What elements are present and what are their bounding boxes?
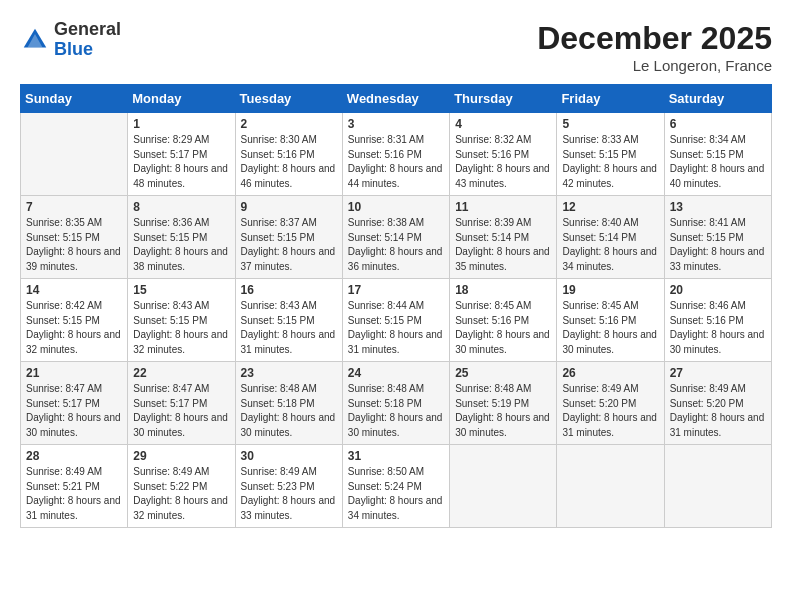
sunrise: Sunrise: 8:39 AM	[455, 217, 531, 228]
day-cell: 4 Sunrise: 8:32 AM Sunset: 5:16 PM Dayli…	[450, 113, 557, 196]
day-info: Sunrise: 8:29 AM Sunset: 5:17 PM Dayligh…	[133, 133, 229, 191]
day-info: Sunrise: 8:38 AM Sunset: 5:14 PM Dayligh…	[348, 216, 444, 274]
day-cell: 28 Sunrise: 8:49 AM Sunset: 5:21 PM Dayl…	[21, 445, 128, 528]
day-info: Sunrise: 8:31 AM Sunset: 5:16 PM Dayligh…	[348, 133, 444, 191]
header-cell-thursday: Thursday	[450, 85, 557, 113]
sunrise: Sunrise: 8:41 AM	[670, 217, 746, 228]
daylight: Daylight: 8 hours and 40 minutes.	[670, 163, 765, 189]
sunrise: Sunrise: 8:43 AM	[133, 300, 209, 311]
week-row-5: 28 Sunrise: 8:49 AM Sunset: 5:21 PM Dayl…	[21, 445, 772, 528]
sunset: Sunset: 5:15 PM	[670, 149, 744, 160]
day-info: Sunrise: 8:49 AM Sunset: 5:22 PM Dayligh…	[133, 465, 229, 523]
sunset: Sunset: 5:15 PM	[241, 315, 315, 326]
sunset: Sunset: 5:21 PM	[26, 481, 100, 492]
day-number: 31	[348, 449, 444, 463]
logo-text: General Blue	[54, 20, 121, 60]
sunset: Sunset: 5:19 PM	[455, 398, 529, 409]
day-info: Sunrise: 8:43 AM Sunset: 5:15 PM Dayligh…	[241, 299, 337, 357]
day-info: Sunrise: 8:35 AM Sunset: 5:15 PM Dayligh…	[26, 216, 122, 274]
sunrise: Sunrise: 8:44 AM	[348, 300, 424, 311]
sunset: Sunset: 5:15 PM	[133, 232, 207, 243]
day-cell	[557, 445, 664, 528]
day-cell: 9 Sunrise: 8:37 AM Sunset: 5:15 PM Dayli…	[235, 196, 342, 279]
sunset: Sunset: 5:14 PM	[455, 232, 529, 243]
logo-icon	[20, 25, 50, 55]
sunrise: Sunrise: 8:42 AM	[26, 300, 102, 311]
day-cell: 10 Sunrise: 8:38 AM Sunset: 5:14 PM Dayl…	[342, 196, 449, 279]
daylight: Daylight: 8 hours and 48 minutes.	[133, 163, 228, 189]
daylight: Daylight: 8 hours and 34 minutes.	[348, 495, 443, 521]
sunset: Sunset: 5:16 PM	[562, 315, 636, 326]
day-cell: 5 Sunrise: 8:33 AM Sunset: 5:15 PM Dayli…	[557, 113, 664, 196]
sunrise: Sunrise: 8:48 AM	[241, 383, 317, 394]
daylight: Daylight: 8 hours and 30 minutes.	[26, 412, 121, 438]
day-number: 9	[241, 200, 337, 214]
header-cell-tuesday: Tuesday	[235, 85, 342, 113]
day-info: Sunrise: 8:49 AM Sunset: 5:20 PM Dayligh…	[562, 382, 658, 440]
sunset: Sunset: 5:16 PM	[455, 149, 529, 160]
day-number: 22	[133, 366, 229, 380]
sunset: Sunset: 5:22 PM	[133, 481, 207, 492]
sunrise: Sunrise: 8:29 AM	[133, 134, 209, 145]
sunset: Sunset: 5:15 PM	[26, 232, 100, 243]
daylight: Daylight: 8 hours and 36 minutes.	[348, 246, 443, 272]
header-cell-friday: Friday	[557, 85, 664, 113]
day-number: 13	[670, 200, 766, 214]
week-row-3: 14 Sunrise: 8:42 AM Sunset: 5:15 PM Dayl…	[21, 279, 772, 362]
header-cell-sunday: Sunday	[21, 85, 128, 113]
day-number: 20	[670, 283, 766, 297]
header-row: SundayMondayTuesdayWednesdayThursdayFrid…	[21, 85, 772, 113]
sunset: Sunset: 5:18 PM	[348, 398, 422, 409]
logo-general: General	[54, 19, 121, 39]
day-cell: 19 Sunrise: 8:45 AM Sunset: 5:16 PM Dayl…	[557, 279, 664, 362]
day-cell: 1 Sunrise: 8:29 AM Sunset: 5:17 PM Dayli…	[128, 113, 235, 196]
sunrise: Sunrise: 8:49 AM	[670, 383, 746, 394]
daylight: Daylight: 8 hours and 37 minutes.	[241, 246, 336, 272]
day-cell: 30 Sunrise: 8:49 AM Sunset: 5:23 PM Dayl…	[235, 445, 342, 528]
logo: General Blue	[20, 20, 121, 60]
page-header: General Blue December 2025 Le Longeron, …	[20, 20, 772, 74]
sunrise: Sunrise: 8:49 AM	[133, 466, 209, 477]
day-info: Sunrise: 8:33 AM Sunset: 5:15 PM Dayligh…	[562, 133, 658, 191]
daylight: Daylight: 8 hours and 30 minutes.	[670, 329, 765, 355]
day-cell: 3 Sunrise: 8:31 AM Sunset: 5:16 PM Dayli…	[342, 113, 449, 196]
day-info: Sunrise: 8:48 AM Sunset: 5:19 PM Dayligh…	[455, 382, 551, 440]
sunrise: Sunrise: 8:36 AM	[133, 217, 209, 228]
title-block: December 2025 Le Longeron, France	[537, 20, 772, 74]
day-info: Sunrise: 8:44 AM Sunset: 5:15 PM Dayligh…	[348, 299, 444, 357]
daylight: Daylight: 8 hours and 43 minutes.	[455, 163, 550, 189]
day-number: 27	[670, 366, 766, 380]
sunrise: Sunrise: 8:30 AM	[241, 134, 317, 145]
day-info: Sunrise: 8:41 AM Sunset: 5:15 PM Dayligh…	[670, 216, 766, 274]
day-number: 5	[562, 117, 658, 131]
week-row-1: 1 Sunrise: 8:29 AM Sunset: 5:17 PM Dayli…	[21, 113, 772, 196]
sunrise: Sunrise: 8:35 AM	[26, 217, 102, 228]
daylight: Daylight: 8 hours and 39 minutes.	[26, 246, 121, 272]
sunset: Sunset: 5:16 PM	[348, 149, 422, 160]
day-info: Sunrise: 8:47 AM Sunset: 5:17 PM Dayligh…	[26, 382, 122, 440]
day-number: 15	[133, 283, 229, 297]
day-number: 16	[241, 283, 337, 297]
sunrise: Sunrise: 8:31 AM	[348, 134, 424, 145]
day-info: Sunrise: 8:36 AM Sunset: 5:15 PM Dayligh…	[133, 216, 229, 274]
sunrise: Sunrise: 8:33 AM	[562, 134, 638, 145]
daylight: Daylight: 8 hours and 46 minutes.	[241, 163, 336, 189]
day-cell	[21, 113, 128, 196]
sunset: Sunset: 5:14 PM	[348, 232, 422, 243]
day-info: Sunrise: 8:39 AM Sunset: 5:14 PM Dayligh…	[455, 216, 551, 274]
sunset: Sunset: 5:17 PM	[133, 398, 207, 409]
daylight: Daylight: 8 hours and 44 minutes.	[348, 163, 443, 189]
sunrise: Sunrise: 8:48 AM	[348, 383, 424, 394]
day-info: Sunrise: 8:46 AM Sunset: 5:16 PM Dayligh…	[670, 299, 766, 357]
day-cell: 13 Sunrise: 8:41 AM Sunset: 5:15 PM Dayl…	[664, 196, 771, 279]
sunrise: Sunrise: 8:47 AM	[26, 383, 102, 394]
day-cell: 26 Sunrise: 8:49 AM Sunset: 5:20 PM Dayl…	[557, 362, 664, 445]
sunrise: Sunrise: 8:49 AM	[562, 383, 638, 394]
day-number: 25	[455, 366, 551, 380]
day-cell: 16 Sunrise: 8:43 AM Sunset: 5:15 PM Dayl…	[235, 279, 342, 362]
day-number: 11	[455, 200, 551, 214]
daylight: Daylight: 8 hours and 30 minutes.	[241, 412, 336, 438]
sunset: Sunset: 5:14 PM	[562, 232, 636, 243]
day-info: Sunrise: 8:49 AM Sunset: 5:20 PM Dayligh…	[670, 382, 766, 440]
sunset: Sunset: 5:16 PM	[241, 149, 315, 160]
